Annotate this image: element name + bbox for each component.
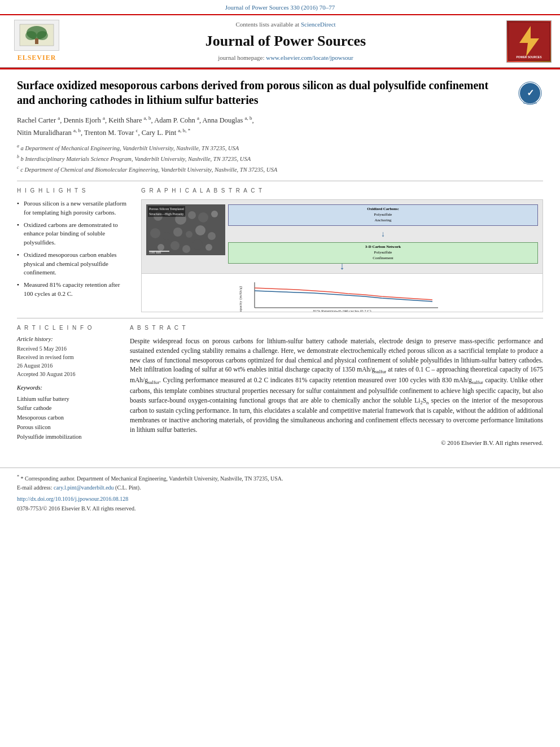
svg-text:CrossMark: CrossMark [523, 101, 537, 104]
journal-header: ELSEVIER Contents lists available at Sci… [0, 14, 560, 68]
info-abstract-section: A R T I C L E I N F O Article history: R… [17, 324, 543, 448]
ga-box-confinement: 3-D Carbon NetworkPolysulfideConfinement [228, 242, 538, 263]
email-note: (C.L. Pint). [114, 484, 141, 491]
footer-section: * * Corresponding author. Department of … [0, 468, 560, 518]
homepage-line: journal homepage: www.elsevier.com/locat… [73, 54, 498, 62]
article-title-section: Surface oxidized mesoporous carbons deri… [17, 78, 543, 107]
elsevier-logo-image [14, 20, 59, 51]
email-label: E-mail address: [17, 484, 54, 491]
author-rachel: Rachel Carter a, [17, 116, 63, 124]
highlights-list: Porous silicon is a new versatile platfo… [17, 199, 130, 298]
corresponding-email[interactable]: cary.l.pint@vanderbilt.edu [54, 484, 114, 491]
section-separator-2 [17, 318, 543, 318]
abstract-title: A B S T R A C T [130, 324, 543, 332]
page: Journal of Power Sources 330 (2016) 70–7… [0, 0, 560, 747]
highlights-column: H I G H L I G H T S Porous silicon is a … [17, 187, 130, 312]
affiliation-a: a a Department of Mechanical Engineering… [17, 143, 543, 152]
svg-point-30 [193, 239, 203, 250]
keyword-5: Polysulfide immobilization [17, 433, 119, 442]
article-info-title: A R T I C L E I N F O [17, 324, 119, 332]
history-label: Article history: [17, 335, 119, 344]
highlight-item-1: Porous silicon is a new versatile platfo… [17, 199, 130, 217]
corresponding-author-note: * * Corresponding author. Department of … [17, 474, 543, 491]
homepage-link[interactable]: www.elsevier.com/locate/jpowsour [266, 54, 353, 61]
accepted-date: Accepted 30 August 2016 [17, 370, 119, 378]
journal-citation-bar: Journal of Power Sources 330 (2016) 70–7… [0, 0, 560, 14]
ga-box-anchoring: Oxidized Carbons:PolysulfideAnchoring [228, 204, 538, 225]
journal-name-heading: Journal of Power Sources [73, 31, 498, 51]
journal-citation: Journal of Power Sources 330 (2016) 70–7… [225, 4, 335, 11]
svg-point-24 [186, 231, 193, 238]
keyword-1: Lithium sulfur battery [17, 395, 119, 404]
issn-line: 0378-7753/© 2016 Elsevier B.V. All right… [17, 505, 543, 513]
ga-chart-svg: Capacity (mAh/g) 81% Retention @ 100 cyc… [148, 279, 536, 312]
elsevier-logo-section: ELSEVIER [6, 20, 68, 63]
abstract-text: Despite widespread focus on porous carbo… [130, 337, 543, 448]
sciencedirect-line: Contents lists available at ScienceDirec… [73, 20, 498, 29]
elsevier-tree-svg [17, 21, 56, 50]
ga-label-porous-silicon: Porous Silicon TemplatedStructure—High P… [148, 206, 185, 217]
doi-anchor[interactable]: http://dx.doi.org/10.1016/j.jpowsour.201… [17, 496, 128, 502]
received-date: Received 5 May 2016 [17, 345, 119, 353]
ga-sem-image: 100 nm Porous Silicon TemplatedStructure… [146, 204, 225, 255]
copyright-notice: © 2016 Elsevier B.V. All rights reserved… [130, 439, 543, 448]
article-title: Surface oxidized mesoporous carbons deri… [17, 78, 509, 107]
section-separator-1 [17, 181, 543, 181]
journal-badge-image: POWER SOURCES [506, 20, 552, 63]
ga-top-section: 100 nm Porous Silicon TemplatedStructure… [142, 200, 542, 262]
crossmark-svg: ✓ CrossMark [518, 81, 543, 106]
highlight-item-3: Oxidized mesoporous carbon enables physi… [17, 251, 130, 277]
authors-section: Rachel Carter a, Dennis Ejorh a, Keith S… [17, 114, 543, 138]
doi-link[interactable]: http://dx.doi.org/10.1016/j.jpowsour.201… [17, 495, 543, 503]
author-dennis: Dennis Ejorh a, [63, 116, 108, 124]
ga-inner: 100 nm Porous Silicon TemplatedStructure… [142, 200, 542, 312]
keywords-section: Keywords: Lithium sulfur battery Sulfur … [17, 384, 119, 442]
affiliations-section: a a Department of Mechanical Engineering… [17, 143, 543, 174]
graphical-abstract-title: G R A P H I C A L A B S T R A C T [141, 187, 543, 195]
svg-point-21 [150, 228, 160, 238]
author-anna: Anna Douglas a, b, [202, 116, 253, 124]
svg-rect-4 [35, 38, 38, 44]
ga-boxes-section: Oxidized Carbons:PolysulfideAnchoring ↓ … [228, 204, 538, 257]
received-revised-date: 26 August 2016 [17, 362, 119, 370]
author-nitin: Nitin Muralidharan a, b, [17, 129, 84, 137]
svg-point-26 [208, 232, 216, 240]
affiliation-b: b b Interdisciplinary Materials Science … [17, 154, 543, 163]
author-keith: Keith Share a, b, [108, 116, 154, 124]
article-history: Article history: Received 5 May 2016 Rec… [17, 335, 119, 378]
highlight-item-4: Measured 81% capacity retention after 10… [17, 281, 130, 298]
keyword-2: Sulfur cathode [17, 404, 119, 413]
svg-text:POWER SOURCES: POWER SOURCES [516, 55, 542, 59]
svg-text:Cycle Number: Cycle Number [336, 311, 356, 312]
main-content: Surface oxidized mesoporous carbons deri… [0, 69, 560, 459]
author-trenton: Trenton M. Tovar c, [84, 129, 142, 137]
svg-point-23 [173, 228, 182, 237]
highlights-graphical-section: H I G H L I G H T S Porous silicon is a … [17, 187, 543, 312]
homepage-prefix: journal homepage: [218, 54, 266, 61]
svg-point-22 [163, 232, 170, 240]
svg-point-18 [188, 211, 196, 219]
journal-badge-section: POWER SOURCES [504, 20, 554, 63]
sciencedirect-link[interactable]: ScienceDirect [301, 21, 336, 28]
contents-prefix: Contents lists available at [235, 21, 300, 28]
article-info-column: A R T I C L E I N F O Article history: R… [17, 324, 119, 448]
crossmark-badge[interactable]: ✓ CrossMark [518, 81, 543, 106]
received-revised-label: Received in revised form [17, 353, 119, 361]
svg-text:✓: ✓ [527, 88, 534, 98]
keywords-list: Lithium sulfur battery Sulfur cathode Me… [17, 395, 119, 442]
svg-point-28 [170, 241, 180, 250]
svg-point-31 [205, 244, 212, 251]
graphical-abstract-column: G R A P H I C A L A B S T R A C T [141, 187, 543, 312]
svg-text:Capacity (mAh/g): Capacity (mAh/g) [238, 286, 243, 312]
author-adam: Adam P. Cohn a, [154, 116, 202, 124]
keyword-4: Porous silicon [17, 423, 119, 433]
ga-arrow-down: ↓ [228, 229, 538, 240]
svg-point-19 [198, 212, 208, 222]
svg-point-25 [195, 225, 205, 235]
graphical-abstract-image: 100 nm Porous Silicon TemplatedStructure… [141, 199, 543, 312]
abstract-body: Despite widespread focus on porous carbo… [130, 338, 543, 433]
abstract-column: A B S T R A C T Despite widespread focus… [130, 324, 543, 448]
journal-title-section: Contents lists available at ScienceDirec… [73, 20, 498, 63]
ga-chart-area: Capacity (mAh/g) 81% Retention @ 100 cyc… [142, 273, 542, 312]
elsevier-wordmark: ELSEVIER [18, 53, 56, 63]
